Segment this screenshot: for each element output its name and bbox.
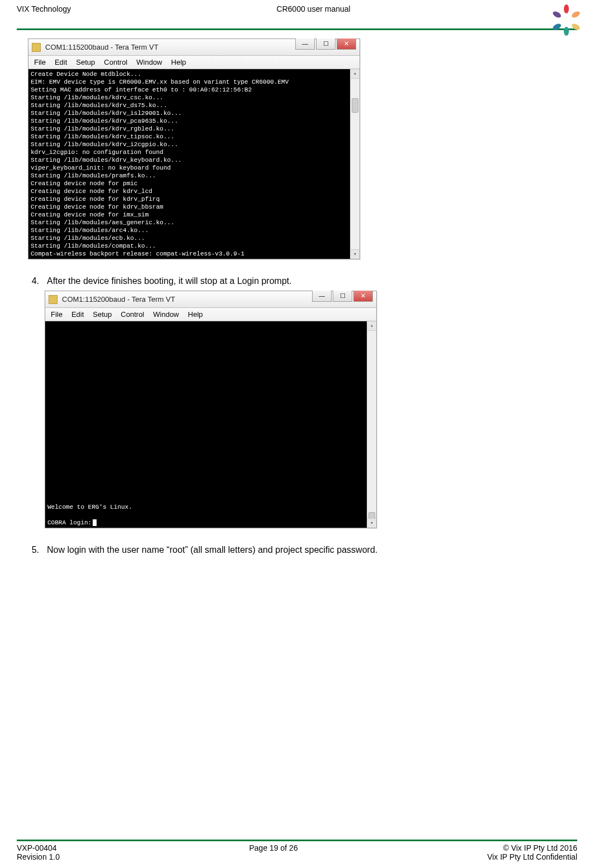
vertical-scrollbar[interactable]: ▴ ▾ <box>350 69 360 259</box>
maximize-button[interactable]: ☐ <box>316 38 336 50</box>
terminal-login-prompt: COBRA login: <box>47 519 365 527</box>
page-header: VIX Technology CR6000 user manual <box>0 0 594 28</box>
terminal-line: Starting /lib/modules/kdrv_ds75.ko... <box>31 102 348 109</box>
terminal-window-login: COM1:115200baud - Tera Term VT — ☐ ✕ Fil… <box>45 291 377 528</box>
window-menubar: File Edit Setup Control Window Help <box>45 308 376 321</box>
footer-right: © Vix IP Pty Ltd 2016 Vix IP Pty Ltd Con… <box>487 843 577 861</box>
terminal-line: kdrv_i2cgpio: no configuration found <box>31 148 348 156</box>
window-title: COM1:115200baud - Tera Term VT <box>62 295 175 303</box>
copyright-text: © Vix IP Pty Ltd 2016 <box>487 843 577 852</box>
maximize-button[interactable]: ☐ <box>333 291 352 302</box>
terminal-line: EIM: EMV device type is CR6000.EMV.xx ba… <box>31 78 348 86</box>
terminal-cursor-icon <box>93 519 97 526</box>
menu-item[interactable]: Window <box>153 310 179 319</box>
doc-code: VXP-00404 <box>17 843 60 852</box>
terminal-line: Starting /lib/modules/kdrv_i2cgpio.ko... <box>31 141 348 148</box>
minimize-button[interactable]: — <box>312 291 332 302</box>
page-number: Page 19 of 26 <box>249 843 298 852</box>
close-button[interactable]: ✕ <box>337 38 356 50</box>
step-number: 4. <box>28 276 39 286</box>
instruction-step-5: 5. Now login with the user name “root” (… <box>28 545 572 555</box>
scroll-thumb[interactable] <box>352 98 358 113</box>
terminal-line: Starting /lib/modules/kdrv_tipsoc.ko... <box>31 133 348 141</box>
terminal-output: Create Device Node mtdblock... EIM: EMV … <box>28 69 360 259</box>
terminal-line: Starting /lib/modules/aes_generic.ko... <box>31 219 348 226</box>
menu-item[interactable]: Control <box>121 310 144 319</box>
header-company: VIX Technology <box>17 4 71 13</box>
menu-item[interactable]: Setup <box>76 58 95 66</box>
minimize-button[interactable]: — <box>295 38 315 50</box>
terminal-line: viper_keyboard_init: no keyboard found <box>31 164 348 172</box>
doc-revision: Revision 1.0 <box>17 852 60 861</box>
scroll-up-icon[interactable]: ▴ <box>351 69 360 79</box>
page-footer: VXP-00404 Revision 1.0 Page 19 of 26 © V… <box>0 840 594 861</box>
window-titlebar: COM1:115200baud - Tera Term VT — ☐ ✕ <box>45 291 376 308</box>
teraterm-app-icon <box>32 43 41 52</box>
step-text: Now login with the user name “root” (all… <box>47 545 377 555</box>
menu-item[interactable]: Setup <box>93 310 112 319</box>
terminal-line: Starting /lib/modules/kdrv_pca9635.ko... <box>31 117 348 125</box>
menu-item[interactable]: File <box>51 310 63 319</box>
menu-item[interactable]: File <box>34 58 46 66</box>
footer-left: VXP-00404 Revision 1.0 <box>17 843 60 861</box>
menu-item[interactable]: Help <box>171 58 186 66</box>
scroll-down-icon[interactable]: ▾ <box>351 249 360 259</box>
header-doc-title: CR6000 user manual <box>276 4 350 13</box>
terminal-line: Starting /lib/modules/kdrv_csc.ko... <box>31 94 348 102</box>
menu-item[interactable]: Control <box>104 58 127 66</box>
instruction-step-4: 4. After the device finishes booting, it… <box>28 276 572 286</box>
terminal-welcome-line: Welcome to ERG's Linux. <box>47 503 365 511</box>
terminal-line: Starting /lib/modules/arc4.ko... <box>31 226 348 234</box>
menu-item[interactable]: Help <box>188 310 203 319</box>
terminal-line: Starting /lib/modules/kdrv_rgbled.ko... <box>31 125 348 133</box>
terminal-line: Compat-wireless backport release: compat… <box>31 250 348 258</box>
terminal-line: Creating device node for kdrv_lcd <box>31 187 348 195</box>
terminal-blank-line <box>47 511 365 519</box>
window-title: COM1:115200baud - Tera Term VT <box>45 43 159 51</box>
close-button[interactable]: ✕ <box>353 291 373 302</box>
step-number: 5. <box>28 545 39 555</box>
terminal-line: Creating device node for imx_sim <box>31 211 348 219</box>
window-titlebar: COM1:115200baud - Tera Term VT — ☐ ✕ <box>28 39 360 56</box>
terminal-line: Setting MAC address of interface eth0 to… <box>31 86 348 94</box>
step-text: After the device finishes booting, it wi… <box>47 276 291 286</box>
terminal-output: Welcome to ERG's Linux. COBRA login: ▴ ▾ <box>45 321 376 528</box>
terminal-line: Creating device node for pmic <box>31 180 348 187</box>
window-menubar: File Edit Setup Control Window Help <box>28 56 360 69</box>
terminal-line: Starting /lib/modules/kdrv_isl29001.ko..… <box>31 109 348 117</box>
confidential-text: Vix IP Pty Ltd Confidential <box>487 852 577 861</box>
vix-logo-icon <box>556 4 577 26</box>
menu-item[interactable]: Edit <box>71 310 84 319</box>
terminal-line: Creating device node for kdrv_pfirq <box>31 195 348 203</box>
terminal-line: Starting /lib/modules/kdrv_keyboard.ko..… <box>31 156 348 164</box>
footer-divider <box>17 840 577 841</box>
footer-center: Page 19 of 26 <box>249 843 298 861</box>
terminal-line: Starting /lib/modules/pramfs.ko... <box>31 172 348 180</box>
menu-item[interactable]: Edit <box>55 58 67 66</box>
terminal-line: Create Device Node mtdblock... <box>31 70 348 78</box>
scroll-down-icon[interactable]: ▾ <box>367 518 376 528</box>
menu-item[interactable]: Window <box>136 58 162 66</box>
terminal-line: Creating device node for kdrv_bbsram <box>31 203 348 211</box>
scroll-up-icon[interactable]: ▴ <box>367 321 376 331</box>
teraterm-app-icon <box>49 295 58 304</box>
vertical-scrollbar[interactable]: ▴ ▾ <box>367 321 376 528</box>
terminal-window-boot: COM1:115200baud - Tera Term VT — ☐ ✕ Fil… <box>28 38 360 259</box>
terminal-line: Starting /lib/modules/compat.ko... <box>31 242 348 250</box>
terminal-line: Starting /lib/modules/ecb.ko... <box>31 234 348 242</box>
